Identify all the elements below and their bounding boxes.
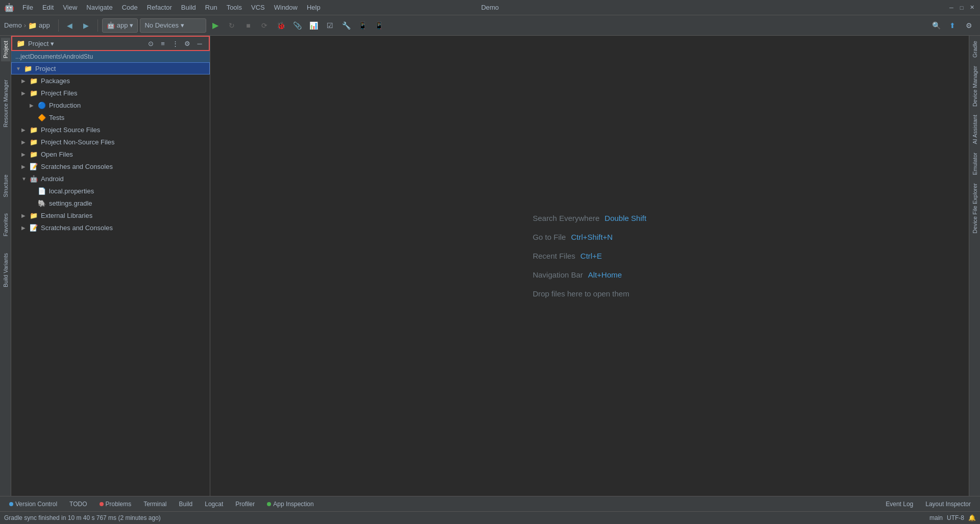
breadcrumb-path: ...jectDocuments\AndroidStu (15, 53, 93, 60)
tree-item-settings-gradle[interactable]: 🐘 settings.gradle (11, 197, 210, 209)
search-everywhere-button[interactable]: 🔍 (929, 18, 943, 33)
sidebar-item-favorites[interactable]: Favorites (1, 210, 10, 239)
debug-button[interactable]: 🐞 (274, 18, 288, 33)
bottom-tab-app-inspection[interactable]: App Inspection (262, 497, 318, 511)
tree-item-open-files[interactable]: ▶ 📁 Open Files (11, 148, 210, 160)
menu-code[interactable]: Code (118, 3, 142, 12)
properties-icon: 📄 (38, 187, 46, 195)
tree-item-android[interactable]: ▼ 🤖 Android (11, 172, 210, 185)
device-selector[interactable]: No Devices ▾ (140, 18, 206, 33)
bottom-tab-todo[interactable]: TODO (64, 497, 92, 511)
update-button[interactable]: ⬆ (945, 18, 960, 33)
bottom-tab-version-control[interactable]: Version Control (4, 497, 62, 511)
sidebar-right-ai-assistant[interactable]: AI Assistant (970, 112, 979, 147)
hint-drop-label: Drop files here to open them (533, 289, 629, 298)
sidebar-right-gradle[interactable]: Gradle (970, 38, 979, 61)
tree-item-production[interactable]: ▶ 🔵 Production (11, 99, 210, 111)
menu-run[interactable]: Run (201, 3, 222, 12)
project-dropdown[interactable]: Project ▾ (28, 40, 54, 47)
menu-edit[interactable]: Edit (38, 3, 58, 12)
tree-item-tests[interactable]: 🔶 Tests (11, 111, 210, 123)
minimize-button[interactable]: ─ (947, 4, 955, 12)
bottom-tab-logcat[interactable]: Logcat (200, 497, 228, 511)
menu-help[interactable]: Help (303, 3, 325, 12)
bottom-tab-problems[interactable]: Problems (94, 497, 137, 511)
terminal-label: Terminal (143, 501, 166, 508)
menu-navigate[interactable]: Navigate (82, 3, 116, 12)
bottom-tab-layout-inspector[interactable]: Layout Inspector (920, 497, 976, 511)
coverage-button[interactable]: ☑ (323, 18, 337, 33)
bottom-toolbar-right: Event Log Layout Inspector (880, 497, 976, 511)
tree-label-scratches-2: Scratches and Consoles (41, 224, 113, 232)
sidebar-item-build-variants[interactable]: Build Variants (1, 250, 10, 290)
tree-item-project[interactable]: ▼ 📁 Project (11, 62, 210, 74)
sidebar-right-emulator[interactable]: Emulator (970, 149, 979, 178)
run-button[interactable]: ▶ (208, 18, 223, 33)
attach-debugger-button[interactable]: 📎 (290, 18, 304, 33)
tree-label-scratches-1: Scratches and Consoles (41, 163, 113, 170)
bottom-tab-build[interactable]: Build (174, 497, 198, 511)
tree-item-packages[interactable]: ▶ 📁 Packages (11, 74, 210, 87)
folder-project-icon: 📁 (24, 65, 32, 72)
sidebar-right-device-manager[interactable]: Device Manager (970, 63, 979, 110)
tree-item-local-properties[interactable]: 📄 local.properties (11, 185, 210, 197)
app-logo: 🤖 (4, 3, 14, 12)
tree-item-external-libs[interactable]: ▶ 📁 External Libraries (11, 209, 210, 221)
menu-window[interactable]: Window (270, 3, 302, 12)
sidebar-item-structure[interactable]: Structure (1, 171, 10, 201)
profile-button[interactable]: 📊 (306, 18, 321, 33)
status-notifications: 🔔 (968, 514, 976, 521)
menu-file[interactable]: File (18, 3, 37, 12)
deploy-button[interactable]: 📱 (355, 18, 370, 33)
menu-build[interactable]: Build (177, 3, 200, 12)
breadcrumb-bar: ...jectDocuments\AndroidStu (11, 51, 210, 62)
tree-item-scratches-2[interactable]: ▶ 📝 Scratches and Consoles (11, 221, 210, 234)
tree-item-project-source-files[interactable]: ▶ 📁 Project Source Files (11, 123, 210, 136)
menu-refactor[interactable]: Refactor (143, 3, 176, 12)
build-variants-button[interactable]: 🔧 (339, 18, 353, 33)
folder-open-icon: 📁 (30, 151, 38, 158)
project-panel: 📁 Project ▾ ⊙ ≡ ⋮ ⚙ ─ ...jectDocuments\A… (11, 36, 210, 496)
more-deploy-button[interactable]: 📱 (372, 18, 386, 33)
settings-panel-button[interactable]: ⚙ (182, 38, 192, 48)
settings-button[interactable]: ⚙ (962, 18, 976, 33)
sidebar-item-resource-manager[interactable]: Resource Manager (1, 77, 10, 131)
app-inspection-label: App Inspection (273, 501, 313, 508)
problems-label: Problems (106, 501, 132, 508)
menu-vcs[interactable]: VCS (247, 3, 269, 12)
maximize-button[interactable]: □ (958, 4, 966, 12)
device-label: No Devices (144, 21, 178, 29)
sync-button[interactable]: ⟳ (257, 18, 272, 33)
scope-button[interactable]: ⊙ (145, 38, 156, 48)
rerun-button[interactable]: ↻ (225, 18, 239, 33)
sidebar-item-project[interactable]: Project (1, 38, 10, 61)
collapse-all-button[interactable]: ≡ (158, 38, 168, 48)
close-panel-button[interactable]: ─ (194, 38, 205, 48)
main-toolbar: Demo › 📁 app ◀ ▶ 🤖 app ▾ No Devices ▾ ▶ … (0, 15, 980, 36)
tree-item-project-files[interactable]: ▶ 📁 Project Files (11, 87, 210, 99)
toolbar-right-actions: 🔍 ⬆ ⚙ (929, 18, 976, 33)
folder-packages-icon: 📁 (30, 77, 38, 85)
hint-search: Search Everywhere Double Shift (533, 214, 647, 222)
menu-tools[interactable]: Tools (223, 3, 246, 12)
back-nav-button[interactable]: ◀ (63, 18, 77, 33)
app-selector[interactable]: 🤖 app ▾ (102, 18, 138, 33)
tree-item-non-source-files[interactable]: ▶ 📁 Project Non-Source Files (11, 136, 210, 148)
sidebar-right-device-file-explorer[interactable]: Device File Explorer (970, 180, 979, 236)
hint-drop: Drop files here to open them (533, 289, 647, 298)
folder-icon-header: 📁 (16, 39, 25, 47)
bottom-tab-event-log[interactable]: Event Log (880, 497, 918, 511)
bottom-tab-terminal[interactable]: Terminal (138, 497, 172, 511)
title-bar: 🤖 File Edit View Navigate Code Refactor … (0, 0, 980, 15)
expand-options-button[interactable]: ⋮ (170, 38, 180, 48)
production-icon: 🔵 (38, 102, 46, 109)
status-git: main (929, 514, 943, 521)
close-button[interactable]: ✕ (968, 4, 976, 12)
forward-nav-button[interactable]: ▶ (79, 18, 93, 33)
menu-view[interactable]: View (59, 3, 81, 12)
stop-button[interactable]: ■ (241, 18, 255, 33)
panel-header-actions: ⊙ ≡ ⋮ ⚙ ─ (145, 38, 205, 48)
editor-hints: Search Everywhere Double Shift Go to Fil… (533, 214, 647, 298)
bottom-tab-profiler[interactable]: Profiler (230, 497, 260, 511)
tree-item-scratches-1[interactable]: ▶ 📝 Scratches and Consoles (11, 160, 210, 172)
